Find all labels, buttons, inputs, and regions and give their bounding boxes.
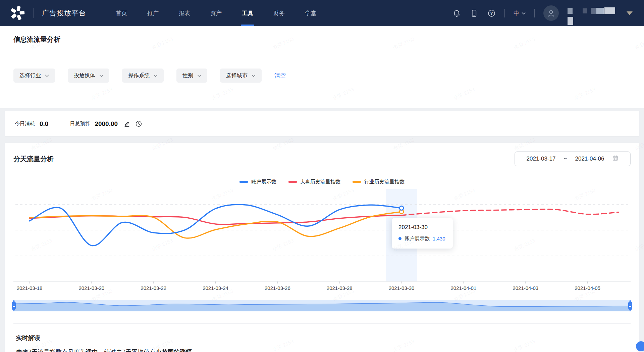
today-spend-label: 今日消耗	[15, 121, 35, 127]
chevron-down-icon	[99, 73, 103, 79]
tooltip-row: 账户展示数 1,430	[398, 235, 445, 242]
filter-bar: 选择行业投放媒体操作系统性别选择城市清空	[0, 53, 644, 108]
brush-right-handle[interactable]	[628, 301, 632, 310]
header-divider-2	[534, 9, 535, 17]
today-spend-value: 0.0	[40, 120, 48, 128]
header-right: ? 中	[452, 5, 633, 21]
chart-legend: 账户展示数大盘历史流量指数行业历史流量指数	[13, 178, 631, 185]
date-range-separator: ~	[564, 156, 567, 162]
brand-divider	[34, 8, 34, 18]
filter-dropdown-2[interactable]: 投放媒体	[68, 69, 109, 83]
chevron-down-icon	[197, 73, 201, 79]
brush-left-handle[interactable]	[12, 301, 16, 310]
today-spend-stat: 今日消耗 0.0	[15, 120, 48, 128]
x-axis-label: 2021-03-20	[78, 285, 104, 291]
redacted-text-block	[591, 8, 596, 14]
legend-marker-icon	[353, 181, 361, 183]
user-menu-caret-icon[interactable]	[627, 11, 633, 18]
daily-budget-label: 日总预算	[70, 121, 90, 127]
x-axis-labels: 2021-03-182021-03-202021-03-222021-03-24…	[13, 283, 631, 292]
series-line-1	[30, 215, 401, 224]
chevron-down-icon	[522, 10, 526, 16]
brand-title: 广告投放平台	[42, 8, 86, 18]
legend-label: 行业历史流量指数	[364, 179, 405, 185]
filter-dropdown-1[interactable]: 选择行业	[13, 69, 55, 83]
insight-segment: 流量指数充足度为	[38, 349, 86, 352]
x-axis-label: 2021-04-03	[513, 285, 538, 291]
redacted-text-block	[583, 8, 587, 13]
series-line-0	[30, 205, 401, 246]
nav-tab-7[interactable]: 学堂	[295, 0, 326, 26]
redacted-text-block	[596, 8, 604, 14]
series-forecast-dashed-1	[401, 209, 619, 215]
nav-tab-1[interactable]: 首页	[106, 0, 137, 26]
legend-marker-icon	[288, 181, 297, 183]
series-dot-icon	[398, 237, 401, 240]
page-title-bar: 信息流流量分析	[0, 26, 644, 53]
insight-segment: 小范围	[156, 349, 174, 352]
x-axis-label: 2021-04-01	[451, 285, 477, 291]
budget-stats-card: 今日消耗 0.0 日总预算 2000.00	[5, 111, 639, 137]
top-header: 广告投放平台 首页推广报表资产工具财务学堂 ? 中	[0, 0, 644, 26]
chevron-down-icon	[45, 73, 49, 79]
help-icon[interactable]: ?	[487, 9, 496, 17]
brand-logo-icon[interactable]	[9, 5, 25, 21]
legend-marker-icon	[239, 181, 248, 183]
tooltip-value: 1,430	[433, 236, 445, 241]
filter-dropdown-3[interactable]: 操作系统	[122, 69, 164, 83]
filter-dropdown-4[interactable]: 性别	[176, 69, 207, 83]
x-axis-label: 2021-03-22	[141, 285, 166, 291]
language-switcher[interactable]: 中	[514, 9, 526, 17]
realtime-insight-section: 实时解读 未来7天流量指数充足度为适中，较过去7天平均值有小范围的涨幅。	[13, 323, 631, 352]
filter-label: 选择行业	[19, 72, 41, 79]
time-range-brush[interactable]	[13, 300, 631, 311]
insight-text: 未来7天流量指数充足度为适中，较过去7天平均值有小范围的涨幅。	[16, 348, 628, 352]
insight-segment: 适中	[86, 349, 98, 352]
main-nav: 首页推广报表资产工具财务学堂	[106, 0, 326, 26]
line-chart: 2021-03-30 账户展示数 1,430	[13, 189, 631, 282]
date-range-picker[interactable]: 2021-03-17 ~ 2021-04-06	[515, 151, 631, 166]
floating-action-button[interactable]	[636, 341, 644, 351]
bell-icon[interactable]	[452, 9, 461, 17]
header-divider-1	[504, 9, 505, 17]
legend-label: 大盘历史流量指数	[300, 179, 340, 185]
tooltip-series-name: 账户展示数	[405, 235, 430, 242]
section-gap	[0, 108, 644, 111]
x-axis-label: 2021-03-26	[265, 285, 290, 291]
x-axis-label: 2021-03-24	[203, 285, 228, 291]
legend-item-1[interactable]: 账户展示数	[239, 179, 276, 185]
tooltip-date: 2021-03-30	[398, 224, 445, 231]
nav-tab-6[interactable]: 财务	[263, 0, 295, 26]
x-axis-label: 2021-03-30	[389, 285, 415, 291]
x-axis-label: 2021-03-28	[327, 285, 353, 291]
user-avatar[interactable]	[543, 5, 559, 21]
redacted-text-block	[568, 8, 573, 14]
redacted-username	[568, 5, 618, 21]
insight-segment: 未来7天	[16, 349, 38, 352]
end-point-marker	[399, 206, 404, 210]
date-range-end: 2021-04-06	[575, 156, 604, 162]
daily-budget-stat: 日总预算 2000.00	[70, 120, 142, 128]
filter-label: 选择城市	[226, 72, 248, 79]
redacted-text-block	[568, 17, 573, 25]
clear-filters-link[interactable]: 清空	[274, 72, 286, 80]
nav-tab-3[interactable]: 报表	[169, 0, 200, 26]
nav-tab-4[interactable]: 资产	[200, 0, 232, 26]
insight-segment: 。	[192, 349, 198, 352]
nav-tab-5[interactable]: 工具	[232, 0, 263, 26]
calendar-icon	[612, 155, 619, 163]
legend-item-2[interactable]: 大盘历史流量指数	[288, 179, 340, 185]
nav-tab-2[interactable]: 推广	[137, 0, 169, 26]
mobile-app-icon[interactable]	[470, 9, 478, 17]
filter-label: 投放媒体	[74, 72, 95, 79]
brush-area	[13, 302, 631, 311]
insight-segment: ，较过去7天平均值有	[98, 349, 156, 352]
legend-item-3[interactable]: 行业历史流量指数	[353, 179, 405, 185]
active-tab-underline	[241, 25, 254, 26]
daily-traffic-card: 分天流量分析 2021-03-17 ~ 2021-04-06 账户展示数大盘历史…	[5, 143, 639, 352]
clock-schedule-icon[interactable]	[135, 120, 142, 128]
edit-pencil-icon[interactable]	[123, 120, 130, 128]
chart-header: 分天流量分析 2021-03-17 ~ 2021-04-06	[13, 151, 631, 166]
chart-tooltip: 2021-03-30 账户展示数 1,430	[392, 218, 453, 249]
filter-dropdown-5[interactable]: 选择城市	[220, 69, 262, 83]
